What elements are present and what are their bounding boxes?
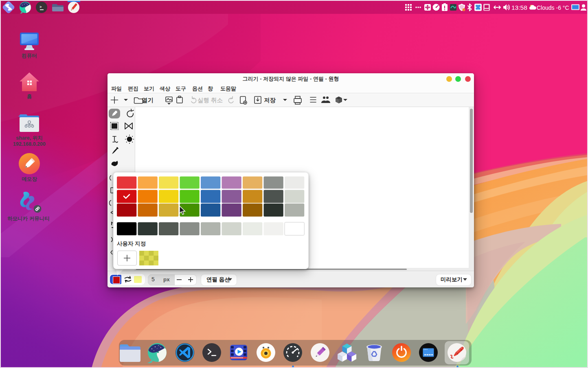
svg-text:사용자 지정: 사용자 지정: [117, 241, 146, 247]
svg-text:저장: 저장: [264, 97, 276, 103]
svg-text:실행 취소: 실행 취소: [197, 97, 223, 103]
svg-text:13:58: 13:58: [511, 4, 527, 11]
svg-text:Clouds -6 °C: Clouds -6 °C: [537, 4, 569, 11]
svg-text:열기: 열기: [142, 97, 154, 103]
svg-text:>: >: [39, 5, 42, 9]
